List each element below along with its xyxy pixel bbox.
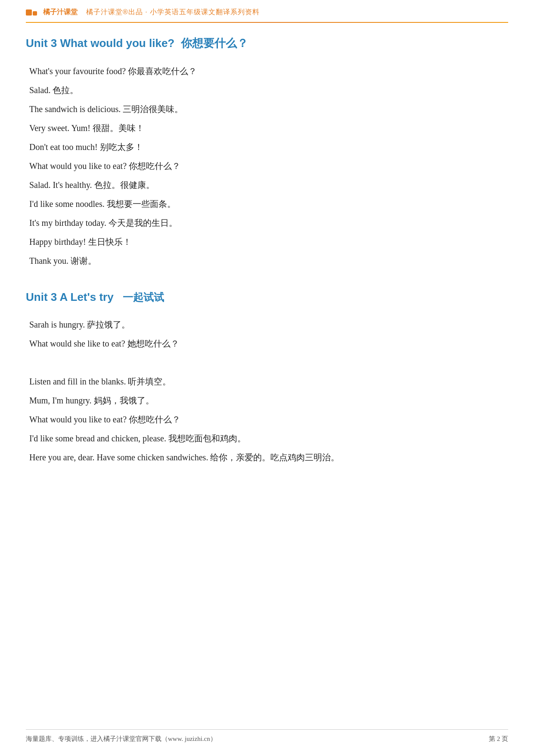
line7-cn: 色拉。很健康。 <box>94 180 155 190</box>
header-title: 橘子汁课堂®出品 · 小学英语五年级课文翻译系列资料 <box>86 8 260 17</box>
line2-cn: 色拉。 <box>53 85 78 95</box>
line2-en: Salad. <box>29 85 50 95</box>
list-item: Very sweet. Yum! 很甜。美味！ <box>29 120 508 136</box>
s3-line4-cn: 我想吃面包和鸡肉。 <box>168 434 246 443</box>
s3-line3-en: What would you like to eat? <box>29 415 127 424</box>
line3-cn: 三明治很美味。 <box>123 104 183 114</box>
line5-cn: 别吃太多！ <box>100 142 143 152</box>
list-item: What would you like to eat? 你想吃什么？ <box>29 411 508 428</box>
page-footer: 海量题库、专项训练，进入橘子汁课堂官网下载（www. juzizhi.cn） 第… <box>26 729 508 743</box>
list-item: What's your favourite food? 你最喜欢吃什么？ <box>29 63 508 79</box>
section1-title: Unit 3 What would you like? 你想要什么？ <box>26 36 508 51</box>
list-item: Listen and fill in the blanks. 听并填空。 <box>29 373 508 390</box>
list-item: Thank you. 谢谢。 <box>29 253 508 269</box>
logo-text: 橘子汁课堂 <box>43 8 78 17</box>
section2-title: Unit 3 A Let's try 一起试试 <box>26 291 508 304</box>
line10-cn: 生日快乐！ <box>88 237 131 247</box>
list-item: Sarah is hungry. 萨拉饿了。 <box>29 316 508 333</box>
section-unit3a: Unit 3 A Let's try 一起试试 Sarah is hungry.… <box>26 291 508 352</box>
s3-line2-en: Mum, I'm hungry. <box>29 396 92 405</box>
line4-en: Very sweet. Yum! <box>29 123 90 133</box>
section1-title-en: Unit 3 What would you like? <box>26 37 174 50</box>
list-item: What would you like to eat? 你想吃什么？ <box>29 158 508 174</box>
line6-cn: 你想吃什么？ <box>129 161 180 171</box>
list-item: Happy birthday! 生日快乐！ <box>29 234 508 250</box>
section2-title-en: Unit 3 A Let's try <box>26 291 114 303</box>
logo-area: 橘子汁课堂 <box>26 8 78 17</box>
list-item: I'd like some bread and chicken, please.… <box>29 430 508 447</box>
list-item: I'd like some noodles. 我想要一些面条。 <box>29 196 508 212</box>
line9-cn: 今天是我的生日。 <box>109 218 177 228</box>
page-header: 橘子汁课堂 橘子汁课堂®出品 · 小学英语五年级课文翻译系列资料 <box>26 0 508 22</box>
line10-en: Happy birthday! <box>29 237 86 247</box>
section-unit3-main: Unit 3 What would you like? 你想要什么？ What'… <box>26 36 508 269</box>
list-item: It's my birthday today. 今天是我的生日。 <box>29 215 508 231</box>
s2-line1-cn: 萨拉饿了。 <box>87 320 130 329</box>
s3-line1-cn: 听并填空。 <box>128 377 171 386</box>
s3-line5-cn: 给你，亲爱的。吃点鸡肉三明治。 <box>210 453 339 462</box>
line5-en: Don't eat too much! <box>29 142 98 152</box>
section-listen-fill: Listen and fill in the blanks. 听并填空。 Mum… <box>26 373 508 465</box>
section1-content: What's your favourite food? 你最喜欢吃什么？ Sal… <box>26 63 508 269</box>
s3-line3-cn: 你想吃什么？ <box>129 415 180 424</box>
header-divider <box>26 22 508 23</box>
list-item: The sandwich is delicious. 三明治很美味。 <box>29 101 508 117</box>
s3-line4-en: I'd like some bread and chicken, please. <box>29 434 166 443</box>
line6-en: What would you like to eat? <box>29 161 127 171</box>
line11-cn: 谢谢。 <box>71 256 96 266</box>
s3-line5-en: Here you are, dear. Have some chicken sa… <box>29 453 208 462</box>
line4-cn: 很甜。美味！ <box>93 123 144 133</box>
s2-line2-cn: 她想吃什么？ <box>127 339 179 348</box>
line3-en: The sandwich is delicious. <box>29 104 121 114</box>
list-item: Salad. It's healthy. 色拉。很健康。 <box>29 177 508 193</box>
line1-cn: 你最喜欢吃什么？ <box>128 66 197 76</box>
line1-en: What's your favourite food? <box>29 66 126 76</box>
line11-en: Thank you. <box>29 256 68 266</box>
footer-right: 第 2 页 <box>489 735 508 743</box>
s2-line2-en: What would she like to eat? <box>29 339 125 348</box>
line9-en: It's my birthday today. <box>29 218 106 228</box>
section2-content: Sarah is hungry. 萨拉饿了。 What would she li… <box>26 316 508 352</box>
line8-en: I'd like some noodles. <box>29 199 105 209</box>
list-item: Don't eat too much! 别吃太多！ <box>29 139 508 155</box>
s3-line1-en: Listen and fill in the blanks. <box>29 377 126 386</box>
footer-left: 海量题库、专项训练，进入橘子汁课堂官网下载（www. juzizhi.cn） <box>26 735 217 743</box>
list-item: What would she like to eat? 她想吃什么？ <box>29 335 508 352</box>
logo-icon <box>26 9 37 16</box>
list-item: Salad. 色拉。 <box>29 82 508 98</box>
s2-line1-en: Sarah is hungry. <box>29 320 85 329</box>
s3-line2-cn: 妈妈，我饿了。 <box>94 396 154 405</box>
section1-title-cn: 你想要什么？ <box>181 37 248 50</box>
section2-title-cn: 一起试试 <box>123 291 164 303</box>
list-item: Here you are, dear. Have some chicken sa… <box>29 449 508 465</box>
line8-cn: 我想要一些面条。 <box>107 199 176 209</box>
section3-content: Listen and fill in the blanks. 听并填空。 Mum… <box>26 373 508 465</box>
line7-en: Salad. It's healthy. <box>29 180 92 190</box>
list-item: Mum, I'm hungry. 妈妈，我饿了。 <box>29 392 508 409</box>
